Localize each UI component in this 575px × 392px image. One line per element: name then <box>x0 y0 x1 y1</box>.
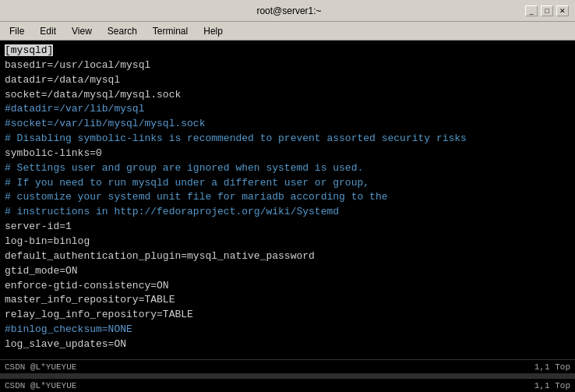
terminal-line: master_info_repository=TABLE <box>5 293 570 308</box>
status-bar: CSDN @L*YUEYUE 1,1 Top <box>0 378 575 392</box>
terminal-line: # customize your systemd unit file for m… <box>5 190 570 205</box>
minimize-button[interactable]: _ <box>525 5 538 16</box>
maximize-button[interactable]: □ <box>541 5 553 16</box>
status-right: 1,1 Top <box>534 362 570 372</box>
terminal-line: log-bin=binlog <box>5 235 570 249</box>
terminal-line: server-id=1 <box>5 220 570 235</box>
terminal-content: [mysqld]basedir=/usr/local/mysqldatadir=… <box>0 41 575 373</box>
terminal-line: # Settings user and group are ignored wh… <box>5 161 570 176</box>
terminal-line: enforce-gtid-consistency=ON <box>5 279 570 294</box>
terminal-line: symbolic-links=0 <box>5 147 570 161</box>
terminal-line: default_authentication_plugin=mysql_nati… <box>5 249 570 264</box>
status-bar: CSDN @L*YUEYUE1,1 Top <box>0 359 575 373</box>
terminal-line: socket=/data/mysql/mysql.sock <box>5 88 570 103</box>
status-left: CSDN @L*YUEYUE <box>5 381 76 390</box>
menu-bar: FileEditViewSearchTerminalHelp <box>0 22 575 41</box>
menu-item-view[interactable]: View <box>65 24 98 38</box>
terminal-line: [mysqld] <box>5 44 570 58</box>
terminal-line: gtid_mode=ON <box>5 264 570 279</box>
terminal-line: log_slave_updates=ON <box>5 337 570 352</box>
window-controls: _ □ ✕ <box>525 5 569 16</box>
terminal-line: #datadir=/var/lib/mysql <box>5 102 570 117</box>
terminal-line: basedir=/usr/local/mysql <box>5 58 570 73</box>
menu-item-terminal[interactable]: Terminal <box>146 24 194 38</box>
menu-item-search[interactable]: Search <box>101 24 143 38</box>
status-left: CSDN @L*YUEYUE <box>5 362 76 372</box>
menu-item-edit[interactable]: Edit <box>34 24 62 38</box>
terminal-line: #socket=/var/lib/mysql/mysql.sock <box>5 117 570 132</box>
title-bar: root@server1:~ _ □ ✕ <box>0 0 575 22</box>
menu-item-file[interactable]: File <box>3 24 30 38</box>
terminal-line: # instructions in http://fedoraproject.o… <box>5 205 570 220</box>
terminal-line: #binlog_checksum=NONE <box>5 323 570 337</box>
close-button[interactable]: ✕ <box>556 5 569 16</box>
window-title: root@server1:~ <box>53 5 525 16</box>
terminal-line: relay_log_info_repository=TABLE <box>5 308 570 323</box>
terminal-line: # If you need to run mysqld under a diff… <box>5 176 570 191</box>
terminal-line: # Disabling symbolic-links is recommende… <box>5 132 570 147</box>
status-right: 1,1 Top <box>534 381 570 390</box>
terminal-line: datadir=/data/mysql <box>5 73 570 88</box>
menu-item-help[interactable]: Help <box>197 24 229 38</box>
